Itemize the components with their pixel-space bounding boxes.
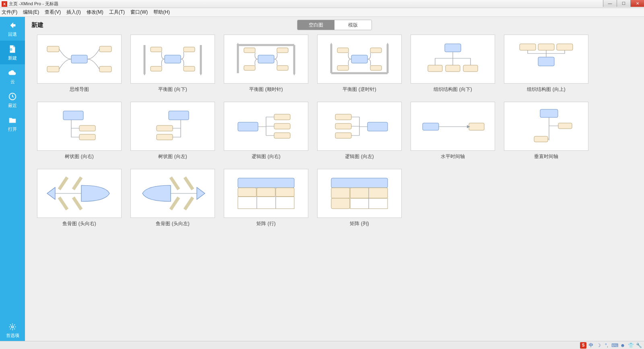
svg-rect-37 (238, 122, 258, 131)
template-thumb (504, 102, 588, 151)
template-tree-right[interactable]: 树状图 (向右) (37, 102, 122, 160)
gear-icon (8, 323, 17, 331)
template-org-up[interactable]: 组织结构图 (向上) (504, 35, 588, 93)
svg-rect-65 (331, 178, 388, 188)
template-label: 鱼骨图 (头向左) (156, 220, 189, 227)
svg-rect-9 (151, 47, 162, 52)
template-logic-left[interactable]: 逻辑图 (向左) (317, 102, 402, 160)
template-thumb (37, 102, 122, 151)
svg-rect-46 (469, 123, 484, 130)
svg-rect-66 (331, 188, 350, 198)
menu-view[interactable]: 查看(V) (45, 9, 61, 16)
sidebar-item-back[interactable]: 回退 (0, 17, 25, 41)
tab-template[interactable]: 模版 (334, 20, 372, 30)
sidebar: 回退 新建 云 最近 打开 首选项 (0, 17, 25, 341)
svg-rect-31 (63, 111, 83, 120)
svg-line-56 (185, 197, 193, 209)
template-label: 平衡图 (逆时针) (343, 86, 376, 93)
template-matrix-col[interactable]: 矩阵 (列) (317, 169, 402, 227)
svg-rect-34 (169, 111, 189, 120)
moon-icon[interactable]: ☽ (596, 343, 601, 348)
svg-rect-23 (445, 44, 461, 52)
punct-icon[interactable]: °, (604, 343, 609, 348)
template-label: 逻辑图 (向右) (252, 153, 280, 160)
svg-rect-7 (99, 66, 111, 72)
svg-line-50 (59, 177, 67, 189)
taskbar: S 中 ☽ °, ⌨ ☻ 👕 🔧 (0, 341, 644, 349)
svg-line-57 (171, 197, 179, 209)
svg-rect-20 (337, 66, 349, 70)
template-balance-down[interactable]: 平衡图 (向下) (130, 35, 215, 93)
template-matrix-row[interactable]: 矩阵 (行) (224, 169, 308, 227)
template-label: 垂直时间轴 (534, 153, 558, 160)
minimize-button[interactable]: — (603, 0, 617, 7)
template-fishbone-left[interactable]: 鱼骨图 (头向左) (130, 169, 215, 227)
template-thumb (317, 35, 402, 84)
app-icon: X (2, 1, 7, 7)
template-label: 树状图 (向左) (158, 153, 187, 160)
menu-insert[interactable]: 插入(I) (66, 9, 80, 16)
svg-rect-17 (277, 66, 288, 70)
menu-tools[interactable]: 工具(T) (109, 9, 125, 16)
svg-line-51 (73, 177, 81, 189)
svg-rect-29 (538, 44, 554, 50)
svg-line-53 (73, 197, 81, 209)
template-logic-right[interactable]: 逻辑图 (向右) (224, 102, 308, 160)
window-titlebar: X 主页 -XMind Pro - 无标题 — ☐ ✕ (0, 0, 644, 8)
sidebar-item-cloud[interactable]: 云 (0, 64, 25, 88)
svg-rect-22 (370, 66, 382, 70)
svg-rect-33 (79, 134, 95, 140)
menu-modify[interactable]: 修改(M) (87, 9, 103, 16)
sidebar-item-prefs[interactable]: 首选项 (0, 323, 25, 339)
template-label: 组织结构图 (向下) (433, 86, 472, 93)
template-tree-left[interactable]: 树状图 (向左) (130, 102, 215, 160)
window-controls: — ☐ ✕ (603, 0, 644, 7)
menu-window[interactable]: 窗口(W) (130, 9, 148, 16)
template-mindmap[interactable]: 思维导图 (37, 35, 122, 93)
menu-file[interactable]: 文件(F) (2, 9, 17, 16)
view-tabs: 空白图 模版 (297, 20, 372, 30)
template-grid: 思维导图 平衡图 (向下) (25, 33, 644, 341)
smiley-icon[interactable]: ☻ (620, 343, 625, 348)
template-thumb (224, 169, 308, 218)
svg-rect-15 (244, 66, 255, 70)
svg-rect-62 (238, 197, 294, 209)
sidebar-item-recent[interactable]: 最近 (0, 88, 25, 112)
template-org-down[interactable]: 组织结构图 (向下) (411, 35, 495, 93)
svg-rect-49 (534, 136, 548, 142)
svg-rect-44 (335, 133, 351, 138)
svg-rect-35 (157, 125, 173, 131)
maximize-button[interactable]: ☐ (617, 0, 630, 7)
sidebar-item-new[interactable]: 新建 (0, 41, 25, 64)
menu-bar: 文件(F) 编辑(E) 查看(V) 插入(I) 修改(M) 工具(T) 窗口(W… (0, 8, 644, 17)
wrench-icon[interactable]: 🔧 (636, 343, 642, 348)
svg-rect-61 (276, 188, 294, 197)
svg-rect-60 (257, 188, 275, 197)
svg-rect-24 (428, 65, 442, 72)
sidebar-item-open[interactable]: 打开 (0, 112, 25, 135)
template-fishbone-right[interactable]: 鱼骨图 (头向右) (37, 169, 122, 227)
template-balance-ccw[interactable]: 平衡图 (逆时针) (317, 35, 402, 93)
keyboard-icon[interactable]: ⌨ (612, 343, 617, 348)
svg-rect-32 (79, 125, 95, 131)
template-thumb (317, 169, 402, 218)
ime-lang[interactable]: 中 (589, 342, 593, 348)
close-button[interactable]: ✕ (630, 0, 644, 7)
template-thumb (37, 169, 122, 218)
tab-blank[interactable]: 空白图 (297, 20, 334, 30)
sidebar-label-cloud: 云 (10, 79, 15, 85)
ime-icon[interactable]: S (580, 342, 586, 349)
svg-rect-48 (558, 123, 572, 129)
svg-point-2 (12, 326, 14, 328)
template-thumb (130, 35, 215, 84)
template-timeline-h[interactable]: 水平时间轴 (411, 102, 495, 160)
svg-rect-43 (335, 123, 351, 129)
template-timeline-v[interactable]: 垂直时间轴 (504, 102, 588, 160)
template-thumb (130, 102, 215, 151)
template-balance-cw[interactable]: 平衡图 (顺时针) (224, 35, 308, 93)
shirt-icon[interactable]: 👕 (628, 343, 634, 348)
template-thumb (411, 35, 495, 84)
menu-help[interactable]: 帮助(H) (153, 9, 170, 16)
menu-edit[interactable]: 编辑(E) (23, 9, 39, 16)
template-thumb (37, 35, 122, 84)
